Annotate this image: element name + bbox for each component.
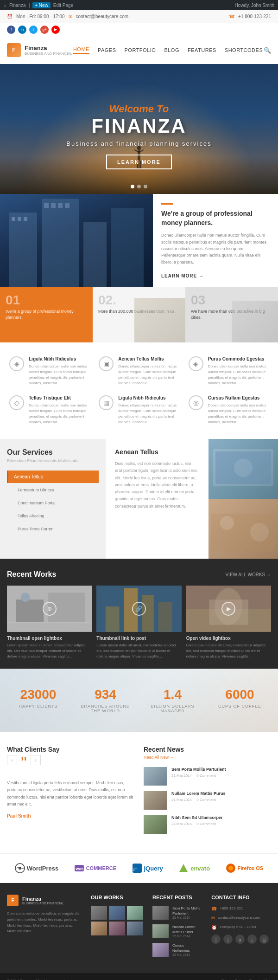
- view-all-works-link[interactable]: VIEW ALL WORKS →: [225, 572, 271, 577]
- testimonials-news-section: What Clients Say ‹ " › Vestibulum id lig…: [0, 732, 278, 853]
- news-title-2: Nullam Lorem Mattis Purus: [171, 791, 226, 796]
- news-comments-2: 0 Comment: [196, 798, 215, 802]
- hero-dot-3[interactable]: [144, 185, 147, 188]
- nav-features[interactable]: FEATURES: [188, 47, 216, 53]
- service-menu-item-3[interactable]: Condimentum Porta: [7, 497, 99, 509]
- footer-logo-text-area: Finanza BUSINESS AND FINANCIAL: [22, 896, 64, 905]
- nav-home[interactable]: HOME: [73, 46, 89, 54]
- firefoxos-label: Firefox OS: [238, 865, 264, 871]
- work-overlay-3: ▶: [186, 586, 271, 632]
- main-nav: F Finanza BUSINESS AND FINANCIAL HOME PA…: [0, 36, 278, 64]
- play-icon: ▶: [221, 602, 235, 616]
- work-desc-2: Lorem ipsum dolor sit amet, consectetur …: [96, 643, 181, 659]
- footer-facebook-icon[interactable]: f: [211, 935, 221, 944]
- counter-number-1: 23000: [9, 687, 67, 702]
- about-learn-more[interactable]: LEARN MORE: [161, 273, 204, 278]
- service-menu-item-5[interactable]: Purus Porta Curren: [7, 523, 99, 535]
- footer-post-thumb-3: [152, 943, 169, 957]
- footer-googleplus-icon[interactable]: g: [235, 935, 245, 944]
- social-bar: f in t g+ ▶: [0, 23, 278, 36]
- footer-col-contact: CONTACT INFO ☎ +800-123-221 ✉ contact@be…: [211, 895, 271, 961]
- nav-portfolio[interactable]: PORTFOLIO: [125, 47, 156, 53]
- admin-site-link[interactable]: ⌂: [4, 3, 6, 8]
- hero-dot-2[interactable]: [137, 185, 141, 188]
- stat-number-1: 01: [6, 294, 87, 307]
- nav-pages[interactable]: PAGES: [98, 47, 116, 53]
- footer-work-thumb-2[interactable]: [109, 906, 125, 920]
- news-item-2: Nullam Lorem Mattis Purus 21 Mai 2014 0 …: [144, 791, 271, 810]
- search-icon[interactable]: 🔍: [264, 47, 271, 54]
- footer-work-thumb-6[interactable]: [127, 922, 143, 935]
- feature-icon-2: ▣: [99, 356, 114, 371]
- feature-desc-1: Donec ullamcorper nulla non metus auctor…: [29, 364, 89, 386]
- footer-hours-text: Everyday 9:00 - 17:00: [220, 924, 256, 930]
- admin-user: Howdy, John Smith: [235, 3, 274, 8]
- feature-title-6: Cursus Nullam Egestas: [208, 395, 269, 400]
- news-content-3: Nibh Sem Sit Ullamcorper 21 Mai 2014 0 C…: [171, 815, 223, 834]
- work-thumbnail-3[interactable]: ▶: [186, 586, 271, 632]
- jquery-label: jQuery: [144, 865, 163, 872]
- footer-post-date-1: 22 Mai 2014: [172, 916, 202, 919]
- testimonial-next-btn[interactable]: ›: [31, 755, 41, 765]
- footer-logo-title: Finanza: [22, 896, 64, 902]
- feature-desc-5: Donec ullamcorper nulla non metus auctor…: [118, 403, 179, 425]
- facebook-link[interactable]: f: [7, 26, 15, 34]
- partner-jquery: j= jQuery: [132, 863, 163, 873]
- footer-work-thumb-1[interactable]: [91, 906, 107, 920]
- footer-twitter-icon[interactable]: t: [223, 935, 233, 944]
- counter-label-3: BILLION DOLLARS MANAGED: [144, 704, 202, 713]
- feature-desc-6: Donec ullamcorper nulla non metus auctor…: [208, 403, 269, 425]
- feature-title-1: Ligula Nibh Ridiculus: [29, 356, 89, 361]
- service-content-title: Aenean Tellus: [115, 448, 199, 456]
- footer-linkedin-icon[interactable]: in: [259, 935, 269, 944]
- stat-image-2: [134, 298, 185, 342]
- work-thumbnail-2[interactable]: 🔗: [96, 586, 181, 632]
- feature-title-3: Purus Commodo Egestas: [208, 356, 269, 361]
- svg-point-22: [250, 523, 269, 542]
- svg-point-21: [220, 516, 234, 530]
- feature-icon-1: ◈: [9, 356, 24, 371]
- woocommerce-label: COMMERCE: [86, 865, 116, 871]
- admin-site-name[interactable]: Finanza: [9, 3, 26, 8]
- feature-content-6: Cursus Nullam Egestas Donec ullamcorper …: [208, 395, 269, 425]
- work-thumbnail-1[interactable]: ⊕: [7, 586, 92, 632]
- hero-dot-1[interactable]: [131, 185, 134, 188]
- news-comments-3: 0 Comment: [196, 822, 215, 826]
- news-title: Recent News: [144, 746, 271, 753]
- testimonial-nav: ‹ " ›: [7, 755, 134, 774]
- service-menu-item-4[interactable]: Tellus Alrecing: [7, 510, 99, 522]
- testimonials-column: What Clients Say ‹ " › Vestibulum id lig…: [7, 746, 134, 839]
- hero-cta-button[interactable]: LEARN MORE: [106, 155, 172, 169]
- googleplus-link[interactable]: g+: [40, 26, 49, 34]
- footer-post-thumb-2: [152, 924, 169, 938]
- twitter-link[interactable]: t: [29, 26, 38, 34]
- feature-content-3: Purus Commodo Egestas Donec ullamcorper …: [208, 356, 269, 386]
- youtube-link[interactable]: ▶: [51, 26, 60, 34]
- nav-shortcodes[interactable]: SHORTCODES: [225, 47, 263, 53]
- footer-post-date-2: 22 Mai 2014: [172, 935, 202, 938]
- nav-blog[interactable]: BLOG: [164, 47, 179, 53]
- footer-rss-icon[interactable]: r: [247, 935, 257, 944]
- work-overlay-1: ⊕: [7, 586, 92, 632]
- service-menu-item-2[interactable]: Fermentum Ultrices: [7, 484, 99, 496]
- footer-post-title-3: Cursus Nullambus: [172, 943, 202, 953]
- news-read-all[interactable]: Read All New →: [144, 755, 271, 760]
- zoom-icon: ⊕: [43, 602, 57, 616]
- clock-icon: ⏰: [7, 14, 13, 19]
- linkedin-link[interactable]: in: [18, 26, 26, 34]
- phone-icon: ☎: [229, 14, 234, 19]
- admin-edit-page[interactable]: Edit Page: [53, 3, 73, 8]
- feature-icon-4: ◇: [9, 395, 24, 410]
- feature-item-1: ◈ Ligula Nibh Ridiculus Donec ullamcorpe…: [9, 356, 89, 386]
- svg-rect-13: [44, 203, 49, 208]
- news-date-1: 21 Mai 2014: [171, 774, 192, 778]
- footer-work-thumb-3[interactable]: [127, 906, 143, 920]
- counter-label-4: CUPS OF COFFEE: [211, 704, 269, 709]
- feature-content-1: Ligula Nibh Ridiculus Donec ullamcorper …: [29, 356, 89, 386]
- svg-rect-14: [51, 203, 56, 208]
- footer-work-thumb-4[interactable]: [91, 922, 107, 935]
- footer-work-thumb-5[interactable]: [109, 922, 125, 935]
- testimonial-prev-btn[interactable]: ‹: [7, 755, 17, 765]
- admin-new-btn[interactable]: + New: [32, 2, 51, 8]
- service-menu-item-1[interactable]: Aenean Tellus: [7, 471, 99, 483]
